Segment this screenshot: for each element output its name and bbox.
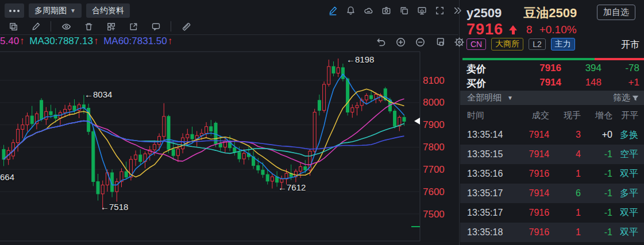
bid-delta: +1 <box>601 77 639 90</box>
market-status: 开市 <box>621 39 639 51</box>
last-price: 7916 <box>466 21 503 38</box>
y-axis-tick: 7900 <box>423 119 449 131</box>
zoom-out-icon[interactable] <box>412 34 427 49</box>
table-header-row: 时间 成交 现手 增仓 开平 <box>460 106 644 125</box>
ask-price: 7916 <box>507 63 561 76</box>
blocks-grid-icon[interactable] <box>103 19 118 34</box>
exchange-badge: 大商所 <box>491 38 523 50</box>
main-contract-badge: 主力 <box>551 38 575 50</box>
cloud-icon[interactable] <box>361 3 376 18</box>
y-axis-tick: 7800 <box>423 142 449 153</box>
price-change-pct: +0.10% <box>539 24 577 36</box>
share-external-icon[interactable] <box>126 19 141 34</box>
candlestick-chart[interactable] <box>0 49 460 245</box>
trade-row[interactable]: 13:35:1679161-1双平 <box>460 164 644 184</box>
current-price-marker <box>414 118 420 125</box>
up-arrow-icon: ↑ <box>94 36 99 46</box>
trade-row[interactable]: 13:35:1779146-1多平 <box>460 184 644 203</box>
y-axis-tick: 7500 <box>423 209 449 220</box>
add-watchlist-button[interactable]: 加自选 <box>597 5 635 20</box>
trade-row[interactable]: 13:35:1479143+0多换 <box>460 125 644 145</box>
price-up-arrow-icon <box>509 25 517 35</box>
ma-indicator-legend: 5.40↑ MA30:7887.13↑ MA60:7831.50↑ <box>0 36 175 47</box>
y-axis-tick: 7700 <box>423 164 449 176</box>
zoom-in-icon[interactable] <box>393 34 408 49</box>
eye-icon[interactable] <box>59 19 74 34</box>
bell-icon[interactable] <box>343 3 358 18</box>
ask-label: 卖价 <box>466 63 507 76</box>
chevron-down-icon: ▼ <box>507 95 513 101</box>
toolbar-separator <box>171 21 171 32</box>
symbol-name: 豆油2509 <box>523 5 577 22</box>
up-arrow-icon: ↑ <box>20 36 25 46</box>
buy-sell-ratio-bar <box>462 58 644 60</box>
volume-pane-tick <box>411 226 420 227</box>
fullscreen-icon[interactable] <box>432 3 447 18</box>
restore-view-icon[interactable] <box>432 34 447 49</box>
ma10-value: 5.40 <box>0 36 19 46</box>
multi-period-label: 多周期图 <box>34 6 67 16</box>
copy-objects-icon[interactable] <box>6 19 21 34</box>
trade-row[interactable]: 13:35:1779161-1双平 <box>460 203 644 223</box>
chart-canvas <box>0 49 460 245</box>
filter-button[interactable]: 筛选 <box>613 92 639 103</box>
y-axis-tick: 8000 <box>423 97 449 108</box>
chevron-down-icon: ▼ <box>70 7 76 14</box>
symbol-code: y2509 <box>466 6 502 21</box>
price-annotation: ←8198 <box>346 55 374 64</box>
trading-app-window: 多周期图 ▼ 合约资料 <box>0 0 644 245</box>
copy-icon[interactable] <box>396 3 411 18</box>
level2-badge: L2 <box>529 38 546 50</box>
y-axis-tick: 7600 <box>423 186 449 198</box>
ellipsis-icon <box>9 10 20 12</box>
multi-period-dropdown[interactable]: 多周期图 ▼ <box>29 3 82 18</box>
price-annotation: ←8034 <box>84 90 112 99</box>
country-badge: CN <box>466 38 486 50</box>
price-annotation: 664 <box>0 172 14 182</box>
edit-pencil-icon[interactable] <box>28 19 43 34</box>
ma30-value: MA30:7887.13 <box>29 36 93 46</box>
bid-label: 买价 <box>466 77 507 90</box>
comment-icon[interactable] <box>148 19 163 34</box>
y-axis-tick: 8100 <box>423 75 449 87</box>
tick-trade-table[interactable]: 时间 成交 现手 增仓 开平 13:35:1479143+0多换13:35:15… <box>460 106 644 242</box>
bid-price: 7914 <box>507 77 561 90</box>
draw-icon[interactable] <box>325 3 340 18</box>
contract-info-label: 合约资料 <box>92 6 124 16</box>
trash-icon[interactable] <box>81 19 96 34</box>
camera-icon[interactable] <box>379 3 394 18</box>
contract-info-button[interactable]: 合约资料 <box>86 3 130 18</box>
price-annotation: ←7612 <box>278 182 306 192</box>
ma60-value: MA60:7831.50 <box>103 36 167 46</box>
ruler-icon[interactable] <box>179 19 194 34</box>
more-menu-button[interactable] <box>5 3 24 18</box>
detail-filter-dropdown[interactable]: 全部明细 <box>467 92 502 103</box>
ask-volume: 394 <box>561 63 601 76</box>
price-change-abs: 8 <box>526 24 533 36</box>
toolbar-separator <box>51 21 51 32</box>
up-arrow-icon: ↑ <box>168 36 173 46</box>
quote-panel: y2509 豆油2509 加自选 7916 8 +0.10% CN 大商所 L2… <box>460 0 644 245</box>
monitor-chart-icon[interactable] <box>414 3 429 18</box>
price-annotation: ←7518 <box>101 202 128 212</box>
funnel-icon <box>631 94 639 102</box>
undo-icon[interactable] <box>373 34 388 49</box>
trade-row[interactable]: 13:35:1579144-1空平 <box>460 145 644 164</box>
trade-row[interactable]: 13:35:1879161-1双平 <box>460 223 644 242</box>
ask-delta: -78 <box>601 63 639 76</box>
bid-volume: 148 <box>561 77 601 90</box>
